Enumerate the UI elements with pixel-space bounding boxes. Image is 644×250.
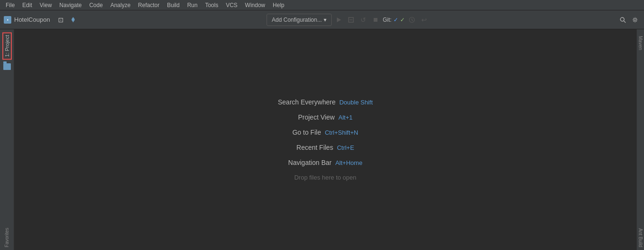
add-configuration-button[interactable]: Add Configuration... ▾ bbox=[267, 14, 332, 26]
reload-button[interactable]: ↺ bbox=[358, 15, 368, 25]
git-check2-icon: ✓ bbox=[400, 17, 405, 23]
svg-rect-3 bbox=[374, 18, 377, 22]
flame-icon[interactable] bbox=[68, 15, 78, 25]
maven-tab[interactable]: Maven bbox=[637, 33, 644, 53]
hint-project-view: Project View Alt+1 bbox=[298, 113, 353, 121]
left-sidebar: 1: Project Favorites bbox=[0, 29, 14, 250]
git-section: Git: ✓ ✓ bbox=[383, 17, 405, 23]
menu-view[interactable]: View bbox=[36, 1, 56, 9]
project-name: HotelCoupon bbox=[14, 16, 50, 23]
svg-point-5 bbox=[620, 17, 624, 21]
hint-navigation-bar: Navigation Bar Alt+Home bbox=[288, 159, 362, 166]
git-label: Git: bbox=[383, 17, 392, 23]
main-layout: 1: Project Favorites Search Everywhere D… bbox=[0, 29, 644, 250]
search-everywhere-label: Search Everywhere bbox=[278, 98, 335, 106]
search-everywhere-icon[interactable] bbox=[618, 15, 628, 25]
go-to-file-label: Go to File bbox=[293, 129, 321, 136]
menu-file[interactable]: File bbox=[2, 1, 18, 9]
undo-icon[interactable]: ↩ bbox=[419, 15, 429, 25]
project-icon: ▪ bbox=[4, 16, 11, 24]
recent-files-label: Recent Files bbox=[296, 144, 333, 151]
menu-vcs[interactable]: VCS bbox=[222, 1, 242, 9]
dropdown-arrow-icon: ▾ bbox=[324, 17, 326, 23]
menu-build[interactable]: Build bbox=[163, 1, 184, 9]
menu-analyze[interactable]: Analyze bbox=[107, 1, 134, 9]
hint-go-to-file: Go to File Ctrl+Shift+N bbox=[293, 129, 359, 136]
ant-build-tab[interactable]: Ant Build bbox=[637, 225, 644, 250]
menu-bar: File Edit View Navigate Code Analyze Ref… bbox=[0, 0, 644, 10]
menu-run[interactable]: Run bbox=[184, 1, 201, 9]
debug-build-button[interactable] bbox=[346, 15, 356, 25]
search-everywhere-shortcut: Double Shift bbox=[339, 99, 373, 106]
svg-marker-0 bbox=[337, 17, 341, 22]
project-view-label: Project View bbox=[298, 113, 335, 121]
project-label-area: ▪ HotelCoupon bbox=[4, 16, 50, 24]
sidebar-item-project[interactable]: 1: Project bbox=[2, 32, 12, 60]
menu-navigate[interactable]: Navigate bbox=[56, 1, 85, 9]
settings-icon[interactable] bbox=[630, 15, 640, 25]
hint-recent-files: Recent Files Ctrl+E bbox=[296, 144, 354, 151]
sidebar-favorites[interactable]: Favorites bbox=[3, 225, 10, 250]
hint-search-everywhere: Search Everywhere Double Shift bbox=[278, 98, 373, 106]
expand-icon[interactable]: ⊡ bbox=[56, 15, 66, 25]
git-check-icon: ✓ bbox=[393, 17, 398, 23]
folder-icon[interactable] bbox=[3, 63, 11, 70]
menu-window[interactable]: Window bbox=[241, 1, 269, 9]
project-view-shortcut: Alt+1 bbox=[338, 114, 352, 121]
run-button[interactable] bbox=[334, 15, 344, 25]
svg-line-6 bbox=[624, 21, 626, 23]
menu-refactor[interactable]: Refactor bbox=[134, 1, 163, 9]
stop-button[interactable] bbox=[370, 15, 381, 25]
menu-help[interactable]: Help bbox=[269, 1, 288, 9]
go-to-file-shortcut: Ctrl+Shift+N bbox=[325, 129, 358, 136]
right-sidebar: Maven Ant Build bbox=[636, 29, 644, 250]
recent-files-shortcut: Ctrl+E bbox=[337, 144, 354, 151]
navigation-bar-label: Navigation Bar bbox=[288, 159, 332, 166]
svg-point-7 bbox=[634, 18, 636, 21]
drop-files-hint: Drop files here to open bbox=[294, 174, 357, 181]
toolbar: ▪ HotelCoupon ⊡ Add Configuration... ▾ ↺… bbox=[0, 10, 644, 29]
history-icon[interactable] bbox=[407, 15, 417, 25]
menu-edit[interactable]: Edit bbox=[18, 1, 36, 9]
menu-tools[interactable]: Tools bbox=[201, 1, 222, 9]
navigation-bar-shortcut: Alt+Home bbox=[335, 159, 362, 166]
content-area: Search Everywhere Double Shift Project V… bbox=[14, 29, 636, 250]
menu-code[interactable]: Code bbox=[85, 1, 107, 9]
